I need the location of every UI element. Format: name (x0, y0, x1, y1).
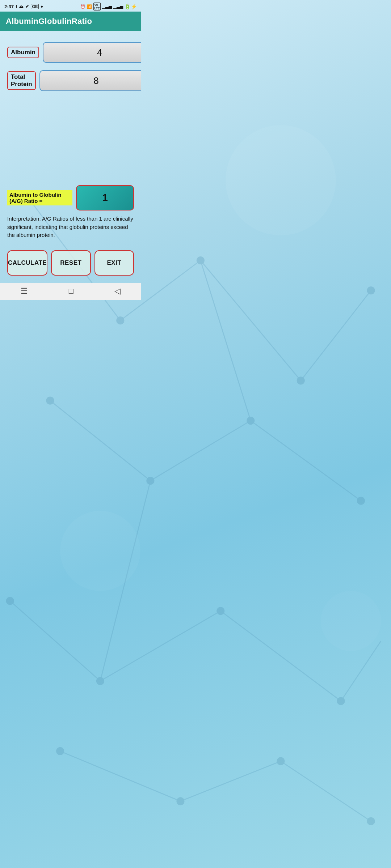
dot-icon: • (41, 3, 43, 10)
status-bar: 2:37 f ⛰ ✔ GE • ⏰ 📶 VoLTE ▁▃▅ ▁▃▅ 🔋⚡ (0, 0, 141, 12)
result-row: Albumin to Globulin (A/G) Ratio = 1 (7, 185, 134, 210)
alarm-icon: ⏰ (80, 4, 85, 9)
signal1-icon: ▁▃▅ (102, 4, 112, 9)
total-protein-input[interactable] (39, 70, 141, 91)
lte-icon: VoLTE (93, 3, 101, 10)
total-protein-row: Total Protein g/dL (7, 70, 134, 91)
wifi-icon: 📶 (87, 4, 92, 9)
signal2-icon: ▁▃▅ (113, 4, 123, 9)
mountain-icon: ⛰ (19, 4, 24, 9)
content-area: Albumin g/dL Total Protein g/dL (0, 31, 141, 106)
ge-icon: GE (31, 4, 39, 9)
reset-button[interactable]: RESET (51, 250, 91, 276)
status-left: 2:37 f ⛰ ✔ GE • (4, 3, 43, 10)
result-value-box: 1 (76, 185, 134, 210)
app-title: AlbuminGlobulinRatio (6, 17, 92, 26)
battery-icon: 🔋⚡ (125, 4, 137, 9)
fb-icon: f (16, 4, 17, 9)
nav-back-icon[interactable]: ◁ (114, 286, 121, 296)
albumin-label: Albumin (7, 47, 39, 58)
nav-menu-icon[interactable]: ☰ (21, 286, 28, 296)
albumin-input[interactable] (43, 42, 141, 63)
albumin-row: Albumin g/dL (7, 42, 134, 63)
exit-button[interactable]: EXIT (94, 250, 134, 276)
total-protein-label: Total Protein (7, 71, 36, 90)
button-row: CALCULATE RESET EXIT (0, 250, 141, 276)
result-section: Albumin to Globulin (A/G) Ratio = 1 (0, 185, 141, 210)
result-label: Albumin to Globulin (A/G) Ratio = (7, 190, 72, 205)
app-bar: AlbuminGlobulinRatio (0, 12, 141, 31)
calculate-button[interactable]: CALCULATE (7, 250, 47, 276)
nav-bar: ☰ □ ◁ (0, 283, 141, 300)
check-icon: ✔ (25, 4, 29, 9)
status-right: ⏰ 📶 VoLTE ▁▃▅ ▁▃▅ 🔋⚡ (80, 3, 137, 10)
nav-home-icon[interactable]: □ (69, 286, 73, 296)
interpretation-text: Interpretation: A/G Ratios of less than … (0, 215, 141, 239)
time-display: 2:37 (4, 4, 14, 9)
